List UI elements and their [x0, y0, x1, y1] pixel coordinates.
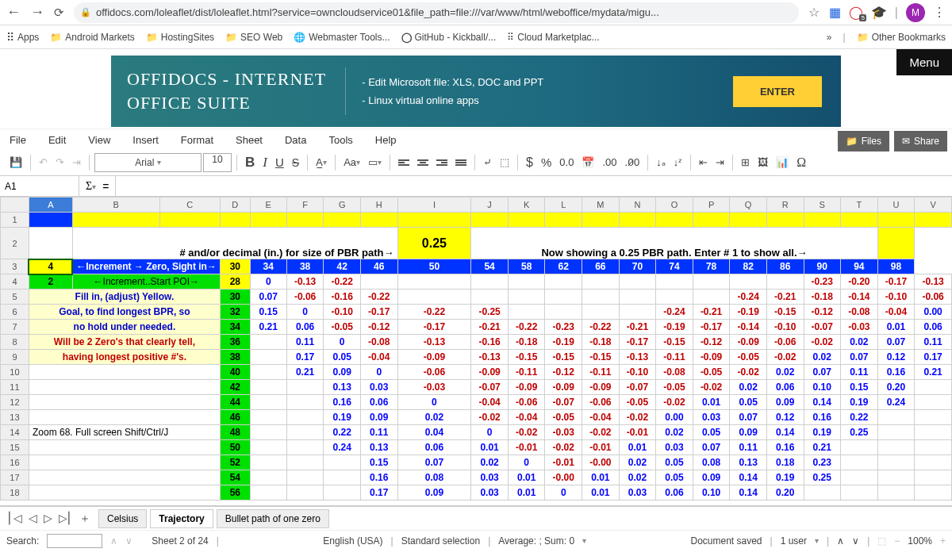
- zoom-out-icon[interactable]: −: [894, 535, 900, 547]
- undo-icon[interactable]: ↶: [36, 155, 51, 170]
- menu-tools[interactable]: Tools: [328, 134, 352, 146]
- data-cell[interactable]: -0.11: [508, 365, 545, 380]
- data-cell[interactable]: -0.16: [471, 335, 509, 350]
- range-start[interactable]: 52: [220, 455, 250, 470]
- font-color-icon[interactable]: A̲▾: [313, 155, 330, 170]
- data-cell[interactable]: 0.24: [877, 395, 915, 410]
- data-cell[interactable]: 0.11: [360, 425, 397, 440]
- data-cell[interactable]: 0.02: [619, 455, 656, 470]
- data-cell[interactable]: -0.07: [804, 320, 841, 335]
- data-cell[interactable]: 0.22: [324, 425, 361, 440]
- ext-opera-icon[interactable]: ◯5: [849, 5, 863, 20]
- data-cell[interactable]: -0.20: [841, 274, 878, 290]
- data-cell[interactable]: [915, 395, 952, 410]
- data-cell[interactable]: -0.04: [360, 350, 397, 365]
- data-cell[interactable]: [841, 485, 878, 501]
- data-cell[interactable]: [877, 470, 915, 485]
- data-cell[interactable]: -0.13: [397, 335, 471, 350]
- data-cell[interactable]: [250, 410, 286, 425]
- data-cell[interactable]: -0.17: [619, 335, 656, 350]
- align-justify-icon[interactable]: [452, 158, 470, 167]
- data-cell[interactable]: -0.09: [582, 380, 620, 395]
- data-cell[interactable]: -0.02: [508, 425, 545, 440]
- col-header-V[interactable]: V: [915, 198, 952, 213]
- data-cell[interactable]: -0.02: [619, 410, 656, 425]
- fill-color-icon[interactable]: ▭▾: [365, 155, 385, 170]
- data-cell[interactable]: [915, 440, 952, 455]
- col-header-N[interactable]: N: [619, 198, 656, 213]
- enter-button[interactable]: ENTER: [733, 76, 822, 107]
- tab-bullet[interactable]: Bullet path of one zero: [217, 509, 329, 528]
- data-cell[interactable]: -0.18: [582, 335, 620, 350]
- insert-image-icon[interactable]: 🖼: [754, 155, 771, 170]
- data-cell[interactable]: 0.01: [471, 440, 509, 455]
- data-cell[interactable]: -0.19: [730, 305, 767, 320]
- data-cell[interactable]: -0.06: [582, 395, 620, 410]
- data-cell[interactable]: 0.24: [324, 440, 361, 455]
- search-up-icon[interactable]: ∧: [110, 535, 117, 547]
- data-cell[interactable]: 0.07: [804, 365, 841, 380]
- data-cell[interactable]: 0.14: [804, 395, 841, 410]
- function-icon[interactable]: Ω: [793, 154, 809, 171]
- row-header-16[interactable]: 16: [1, 455, 29, 470]
- wrap-icon[interactable]: ⤶: [480, 155, 495, 170]
- data-cell[interactable]: 0.25: [841, 425, 878, 440]
- range-start[interactable]: 44: [220, 395, 250, 410]
- browser-menu-icon[interactable]: ⋮: [933, 5, 946, 20]
- apps-shortcut[interactable]: ⠿Apps: [6, 31, 39, 44]
- data-cell[interactable]: -0.12: [693, 335, 730, 350]
- data-cell[interactable]: 0.11: [915, 335, 952, 350]
- data-cell[interactable]: -0.10: [877, 290, 915, 305]
- menu-insert[interactable]: Insert: [132, 134, 159, 146]
- data-cell[interactable]: [286, 440, 324, 455]
- col-header-F[interactable]: F: [286, 198, 324, 213]
- font-name-select[interactable]: Arial ▾: [94, 153, 202, 172]
- data-cell[interactable]: 0.13: [360, 440, 397, 455]
- data-cell[interactable]: 0.14: [730, 470, 767, 485]
- data-cell[interactable]: [250, 365, 286, 380]
- data-cell[interactable]: [286, 425, 324, 440]
- data-cell[interactable]: 0: [397, 395, 471, 410]
- data-cell[interactable]: -0.19: [545, 335, 582, 350]
- data-cell[interactable]: 0.02: [841, 335, 878, 350]
- data-cell[interactable]: -0.02: [582, 425, 620, 440]
- prev-record-icon[interactable]: ∧: [837, 535, 844, 547]
- data-cell[interactable]: 0.22: [841, 410, 878, 425]
- data-cell[interactable]: [619, 290, 656, 305]
- data-cell[interactable]: [286, 380, 324, 395]
- data-cell[interactable]: -0.00: [545, 470, 582, 485]
- data-cell[interactable]: [324, 455, 361, 470]
- data-cell[interactable]: [582, 274, 620, 290]
- data-cell[interactable]: -0.08: [360, 335, 397, 350]
- data-cell[interactable]: 0.01: [619, 440, 656, 455]
- menu-file[interactable]: File: [10, 134, 26, 146]
- data-cell[interactable]: -0.09: [397, 350, 471, 365]
- col-header-L[interactable]: L: [545, 198, 582, 213]
- row-header-7[interactable]: 7: [1, 320, 29, 335]
- data-cell[interactable]: 0.06: [397, 440, 471, 455]
- data-cell[interactable]: 0.08: [693, 455, 730, 470]
- data-cell[interactable]: 0: [471, 425, 509, 440]
- data-cell[interactable]: -0.13: [286, 274, 324, 290]
- data-cell[interactable]: -0.17: [877, 274, 915, 290]
- col-header-Q[interactable]: Q: [730, 198, 767, 213]
- data-cell[interactable]: -0.18: [804, 290, 841, 305]
- data-cell[interactable]: [286, 470, 324, 485]
- data-cell[interactable]: -0.17: [397, 320, 471, 335]
- col-header-K[interactable]: K: [508, 198, 545, 213]
- col-header-S[interactable]: S: [804, 198, 841, 213]
- data-cell[interactable]: -0.02: [766, 350, 804, 365]
- data-cell[interactable]: 0.00: [656, 410, 693, 425]
- other-bookmarks[interactable]: 📁Other Bookmarks: [857, 32, 946, 43]
- data-cell[interactable]: -0.03: [545, 425, 582, 440]
- bookmark-github[interactable]: ◯GitHub - Kickball/...: [401, 32, 497, 43]
- data-cell[interactable]: 0.05: [324, 350, 361, 365]
- data-cell[interactable]: 0.20: [877, 380, 915, 395]
- data-cell[interactable]: [250, 455, 286, 470]
- data-cell[interactable]: -0.12: [360, 320, 397, 335]
- data-cell[interactable]: -0.07: [471, 380, 509, 395]
- data-cell[interactable]: [915, 485, 952, 501]
- col-header-B[interactable]: B: [72, 198, 159, 213]
- data-cell[interactable]: 0.16: [877, 365, 915, 380]
- data-cell[interactable]: 0.15: [841, 380, 878, 395]
